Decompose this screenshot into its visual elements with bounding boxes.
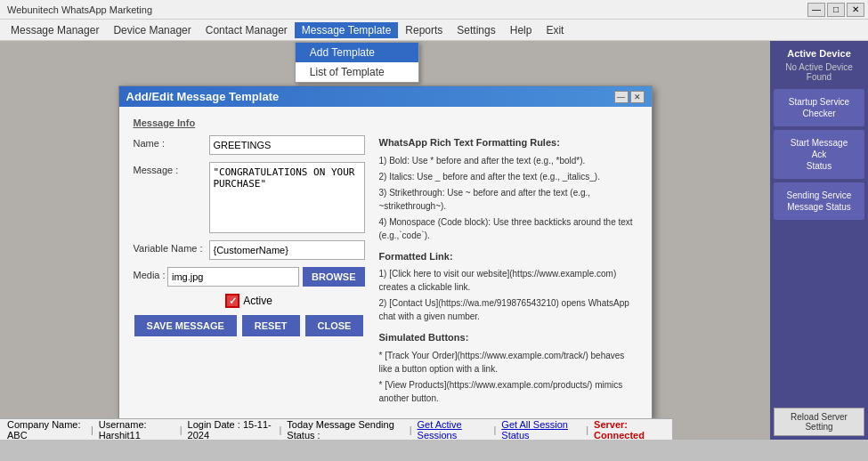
close-button[interactable]: CLOSE — [305, 315, 364, 336]
right-panel: Active Device No Active Device Found Sta… — [770, 41, 868, 440]
name-label: Name : — [134, 135, 209, 149]
dialog-minimize-button[interactable]: — — [614, 91, 629, 103]
menu-reports[interactable]: Reports — [398, 22, 450, 38]
dialog-columns: Name : Message : "CONGRATULATIONS ON YOU… — [134, 135, 637, 408]
close-window-button[interactable]: ✕ — [847, 3, 864, 17]
get-active-sessions-link[interactable]: Get Active Sessions — [418, 419, 489, 441]
menu-contact-manager[interactable]: Contact Manager — [199, 22, 295, 38]
section-title: Message Info — [134, 117, 637, 128]
username: Username: Harshit11 — [99, 419, 174, 441]
simulated-btn-rule-2: * [View Products](https://www.example.co… — [379, 378, 637, 405]
active-checkbox[interactable]: ✓ — [225, 294, 239, 308]
company-name: Company Name: ABC — [7, 419, 85, 441]
link-rule-1: 1) [Click here to visit our website](htt… — [379, 267, 637, 294]
browse-button[interactable]: BROWSE — [303, 267, 365, 287]
active-label: Active — [243, 295, 272, 307]
formatting-title: WhatsApp Rich Text Formatting Rules: — [379, 135, 637, 150]
simulated-buttons-title: Simulated Buttons: — [379, 330, 637, 345]
menu-message-template[interactable]: Message Template Add Template List of Te… — [295, 22, 399, 38]
dialog-close-button[interactable]: ✕ — [630, 91, 645, 103]
minimize-button[interactable]: — — [807, 3, 825, 17]
active-device-title: Active Device — [774, 48, 864, 59]
main-content: Add/Edit Message Template — ✕ Message In… — [0, 41, 868, 440]
status-bar: Company Name: ABC | Username: Harshit11 … — [0, 418, 672, 440]
variable-label: Variable Name : — [134, 240, 209, 254]
message-textarea[interactable]: "CONGRATULATIONS ON YOUR PURCHASE" — [209, 162, 365, 233]
maximize-button[interactable]: □ — [827, 3, 845, 17]
login-date: Login Date : 15-11-2024 — [188, 419, 274, 441]
dropdown-add-template[interactable]: Add Template — [296, 43, 418, 62]
dialog-right-column: WhatsApp Rich Text Formatting Rules: 1) … — [379, 135, 637, 408]
menu-exit[interactable]: Exit — [539, 22, 571, 38]
menu-help[interactable]: Help — [503, 22, 539, 38]
sending-service-button[interactable]: Sending ServiceMessage Status — [774, 182, 864, 220]
formatting-rule-3: 3) Strikethrough: Use ~ before and after… — [379, 186, 637, 213]
formatting-rule-2: 2) Italics: Use _ before and after the t… — [379, 170, 637, 183]
dropdown-list-template[interactable]: List of Template — [296, 62, 418, 82]
start-message-ack-button[interactable]: Start MessageAckStatus — [774, 130, 864, 179]
message-row: Message : "CONGRATULATIONS ON YOUR PURCH… — [134, 162, 365, 233]
formatting-rule-4: 4) Monospace (Code block): Use three bac… — [379, 215, 637, 242]
message-label: Message : — [134, 162, 209, 175]
window-controls: — □ ✕ — [807, 3, 864, 17]
name-row: Name : — [134, 135, 365, 155]
app-title: Webunitech WhatsApp Marketing — [7, 4, 152, 15]
reload-server-button[interactable]: Reload Server Setting — [774, 408, 864, 436]
dialog-body: Message Info Name : Message : "CONGRATUL… — [119, 107, 652, 418]
add-edit-dialog: Add/Edit Message Template — ✕ Message In… — [118, 85, 653, 419]
dialog-left-column: Name : Message : "CONGRATULATIONS ON YOU… — [134, 135, 365, 408]
menu-device-manager[interactable]: Device Manager — [106, 22, 198, 38]
menu-settings[interactable]: Settings — [450, 22, 502, 38]
media-label: Media : — [134, 267, 168, 280]
save-message-button[interactable]: SAVE MESSAGE — [134, 315, 237, 336]
title-bar: Webunitech WhatsApp Marketing — □ ✕ — [0, 0, 868, 20]
dialog-titlebar: Add/Edit Message Template — ✕ — [119, 86, 652, 107]
action-buttons: SAVE MESSAGE RESET CLOSE — [134, 315, 365, 336]
active-checkbox-container[interactable]: ✓ Active — [225, 294, 272, 308]
message-template-dropdown: Add Template List of Template — [295, 42, 419, 83]
media-row: Media : BROWSE — [134, 267, 365, 287]
get-all-session-link[interactable]: Get All Session Status — [501, 419, 580, 441]
variable-row: Variable Name : — [134, 240, 365, 260]
dialog-title: Add/Edit Message Template — [126, 90, 280, 103]
dialog-controls: — ✕ — [614, 91, 645, 103]
media-input[interactable] — [167, 267, 299, 287]
check-mark-icon: ✓ — [229, 295, 237, 307]
formatted-link-title: Formatted Link: — [379, 249, 637, 264]
menu-message-manager[interactable]: Message Manager — [4, 22, 106, 38]
menu-bar: Message Manager Device Manager Contact M… — [0, 20, 868, 41]
active-device-subtitle: No Active Device Found — [774, 62, 864, 82]
name-input[interactable] — [209, 135, 365, 155]
link-rule-2: 2) [Contact Us](https://wa.me/9198765432… — [379, 296, 637, 323]
server-status: Server: Connected — [594, 419, 665, 441]
simulated-btn-rule-1: * [Track Your Order](https://www.example… — [379, 349, 637, 376]
active-row: ✓ Active — [134, 294, 365, 308]
startup-service-button[interactable]: Startup ServiceChecker — [774, 89, 864, 126]
reset-button[interactable]: RESET — [242, 315, 300, 336]
variable-input[interactable] — [209, 240, 365, 260]
message-status-label: Today Message Sending Status : — [287, 419, 403, 441]
center-area: Add/Edit Message Template — ✕ Message In… — [0, 41, 770, 440]
formatting-rule-1: 1) Bold: Use * before and after the text… — [379, 154, 637, 167]
